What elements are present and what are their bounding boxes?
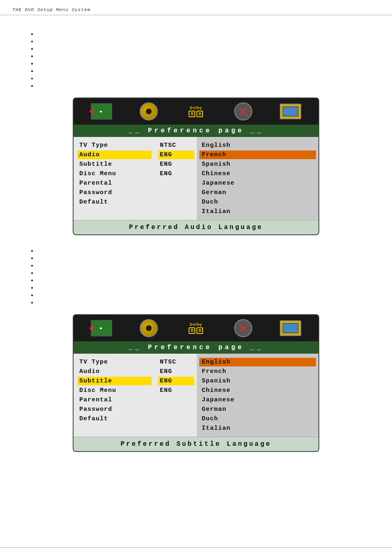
- card2-menu-disc-menu[interactable]: Disc Menu: [78, 386, 152, 395]
- lang-japanese[interactable]: Japanese: [199, 179, 316, 188]
- card2-menu-tv-type[interactable]: TV Type: [78, 358, 152, 366]
- bullet-item: [37, 83, 367, 90]
- laptop-icon-2: [276, 318, 305, 338]
- card2-title: __ Preference page __: [74, 341, 318, 354]
- laptop-icon: [276, 102, 305, 121]
- lang-spanish[interactable]: Spanish: [199, 160, 316, 169]
- card2-mid-eng-subtitle: ENG: [158, 377, 194, 385]
- card1-footer: Preferred Audio Language: [74, 220, 318, 234]
- card2-lang-japanese[interactable]: Japanese: [199, 396, 316, 404]
- bullet-item: [37, 277, 367, 285]
- dolby-icon-2: Dolby D D: [182, 318, 210, 338]
- page-footer: [0, 547, 392, 548]
- bullet-item: [37, 68, 367, 75]
- menu-audio[interactable]: Audio: [78, 151, 152, 159]
- bullet-item: [37, 31, 367, 38]
- bullet-item: [37, 46, 367, 53]
- card2-menu-default[interactable]: Default: [78, 415, 152, 423]
- bullet-item: [37, 75, 367, 83]
- bullet-item: [37, 60, 367, 68]
- card1-menu-col: TV Type Audio Subtitle Disc Menu Parenta…: [74, 137, 156, 220]
- bullet-item: [37, 285, 367, 292]
- card1-mid-col: NTSC ENG ENG ENG: [156, 137, 197, 220]
- x-icon-2: [229, 318, 258, 338]
- card2-lang-german[interactable]: German: [199, 405, 316, 414]
- menu-default[interactable]: Default: [78, 198, 152, 206]
- card2-menu-password[interactable]: Password: [78, 405, 152, 414]
- card2-lang-italian[interactable]: Italian: [199, 424, 316, 433]
- lang-chinese[interactable]: Chinese: [199, 169, 316, 178]
- lang-english[interactable]: English: [199, 141, 316, 150]
- header-title: THE DVD Setup Menu System: [12, 7, 90, 12]
- card2-menu-subtitle[interactable]: Subtitle: [78, 377, 152, 385]
- icon-bar-2: ▶ Dolby D D: [74, 315, 318, 341]
- bullet-item: [37, 270, 367, 277]
- card2-lang-chinese[interactable]: Chinese: [199, 386, 316, 395]
- lang-french[interactable]: French: [199, 151, 316, 159]
- main-content: ▶ Dolby D D: [0, 15, 392, 473]
- bullet-item: [37, 262, 367, 270]
- disc-icon: [134, 102, 163, 121]
- film-icon: ▶: [87, 102, 116, 121]
- dvd-card-2: ▶ Dolby D D: [73, 314, 319, 452]
- lang-duch[interactable]: Duch: [199, 198, 316, 206]
- card2-mid-eng-audio: ENG: [158, 367, 194, 376]
- menu-subtitle[interactable]: Subtitle: [78, 160, 152, 169]
- menu-disc-menu[interactable]: Disc Menu: [78, 169, 152, 178]
- x-icon: [229, 102, 258, 121]
- card2-footer: Preferred Subtitle Language: [74, 437, 318, 451]
- menu-parental[interactable]: Parental: [78, 179, 152, 188]
- dolby-icon: Dolby D D: [182, 102, 210, 121]
- card1-body: TV Type Audio Subtitle Disc Menu Parenta…: [74, 137, 318, 220]
- card2-mid-eng-disc: ENG: [158, 386, 194, 395]
- bullet-item: [37, 53, 367, 60]
- bullet-item: [37, 292, 367, 299]
- mid-eng-disc: ENG: [158, 169, 194, 178]
- card1-lang-col: English French Spanish Chinese Japanese …: [197, 137, 318, 220]
- bullet-item: [37, 248, 367, 255]
- menu-password[interactable]: Password: [78, 188, 152, 197]
- icon-bar-1: ▶ Dolby D D: [74, 98, 318, 125]
- card2-mid-ntsc: NTSC: [158, 358, 194, 366]
- card2-lang-spanish[interactable]: Spanish: [199, 377, 316, 385]
- card2-lang-duch[interactable]: Duch: [199, 415, 316, 423]
- card2-lang-english[interactable]: English: [199, 358, 316, 366]
- card2-lang-french[interactable]: French: [199, 367, 316, 376]
- card2-body: TV Type Audio Subtitle Disc Menu Parenta…: [74, 354, 318, 437]
- bullet-list-2: [25, 248, 367, 307]
- disc-icon-2: [134, 318, 163, 338]
- mid-eng-subtitle: ENG: [158, 160, 194, 169]
- menu-tv-type[interactable]: TV Type: [78, 141, 152, 150]
- card2-lang-col: English French Spanish Chinese Japanese …: [197, 354, 318, 437]
- card1-title: __ Preference page __: [74, 125, 318, 137]
- lang-italian[interactable]: Italian: [199, 207, 316, 216]
- card2-mid-col: NTSC ENG ENG ENG: [156, 354, 197, 437]
- bullet-item: [37, 299, 367, 307]
- mid-eng-audio: ENG: [158, 151, 194, 159]
- card2-menu-audio[interactable]: Audio: [78, 367, 152, 376]
- lang-german[interactable]: German: [199, 188, 316, 197]
- bullet-item: [37, 38, 367, 46]
- dvd-card-1: ▶ Dolby D D: [73, 97, 319, 235]
- film-icon-2: ▶: [87, 318, 116, 338]
- card2-menu-col: TV Type Audio Subtitle Disc Menu Parenta…: [74, 354, 156, 437]
- bullet-list-1: [25, 31, 367, 90]
- card2-menu-parental[interactable]: Parental: [78, 396, 152, 404]
- mid-ntsc: NTSC: [158, 141, 194, 150]
- page-header: THE DVD Setup Menu System: [0, 0, 392, 15]
- bullet-item: [37, 255, 367, 262]
